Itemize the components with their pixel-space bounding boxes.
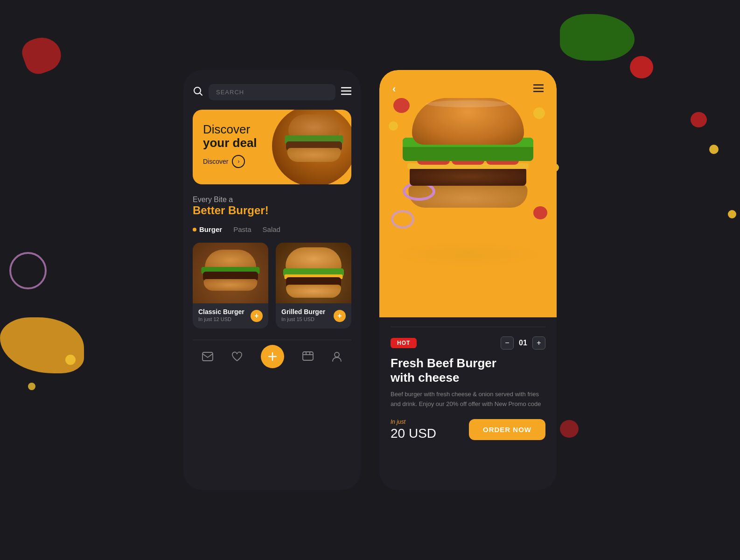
product-description: Beef burger with fresh cheese & onion se… <box>391 390 545 409</box>
nav-plus-icon[interactable] <box>261 345 284 368</box>
tab-pasta[interactable]: Pasta <box>233 225 251 233</box>
product-title-line2: with cheese <box>391 371 459 385</box>
classic-burger-add-btn[interactable]: + <box>251 310 263 322</box>
price-label: In just <box>391 419 436 425</box>
bottom-nav <box>193 340 351 373</box>
svg-rect-5 <box>202 352 213 361</box>
food-card-classic[interactable]: Classic Burger In just 12 USD + <box>193 243 268 329</box>
price-row: In just 20 USD ORDER NOW <box>391 419 545 441</box>
hot-badge-row: HOT − 01 + <box>391 336 545 350</box>
product-title: Fresh Beef Burger with cheese <box>391 356 545 385</box>
tab-burger-label: Burger <box>199 225 222 233</box>
search-icon[interactable] <box>193 86 203 98</box>
quantity-plus-btn[interactable]: + <box>532 336 545 350</box>
phone-2: ‹ <box>379 70 557 490</box>
order-now-button[interactable]: ORDER NOW <box>469 419 545 440</box>
quantity-minus-btn[interactable]: − <box>501 336 514 350</box>
tab-burger[interactable]: Burger <box>193 225 222 233</box>
discover-label: Discover <box>203 158 228 165</box>
nav-user-icon[interactable] <box>332 351 342 362</box>
grilled-burger-image <box>276 243 351 303</box>
svg-point-12 <box>335 352 339 357</box>
food-card-grilled[interactable]: Grilled Burger In just 15 USD + <box>276 243 351 329</box>
discover-arrow-icon: › <box>232 155 245 168</box>
nav-cart-icon[interactable] <box>302 351 314 362</box>
price-section: In just 20 USD <box>391 419 436 441</box>
classic-burger-info: Classic Burger In just 12 USD + <box>193 303 268 329</box>
hot-badge: HOT <box>391 338 417 348</box>
tab-salad-label: Salad <box>263 225 280 233</box>
search-input[interactable] <box>209 84 335 100</box>
category-tabs: Burger Pasta Salad <box>193 225 351 233</box>
separator <box>391 327 545 327</box>
svg-line-1 <box>200 93 202 96</box>
classic-burger-image <box>193 243 268 303</box>
tab-salad[interactable]: Salad <box>263 225 280 233</box>
nav-heart-icon[interactable] <box>231 351 243 362</box>
price-value: 20 USD <box>391 426 436 441</box>
product-title-line1: Fresh Beef Burger <box>391 356 496 370</box>
promo-banner: Discover your deal Discover › <box>193 110 351 184</box>
active-dot <box>193 228 196 231</box>
grilled-burger-info: Grilled Burger In just 15 USD + <box>276 303 351 329</box>
big-burger-image <box>379 89 557 313</box>
section-title: Better Burger! <box>193 204 351 217</box>
grilled-burger-add-btn[interactable]: + <box>334 310 346 322</box>
quantity-control: − 01 + <box>501 336 545 350</box>
search-row <box>193 84 351 100</box>
section-heading: Every Bite a Better Burger! <box>193 196 351 217</box>
hamburger-icon[interactable] <box>341 87 351 98</box>
food-grid: Classic Burger In just 12 USD + <box>193 243 351 329</box>
phone-1: Discover your deal Discover › E <box>183 70 361 490</box>
main-wrapper: Discover your deal Discover › E <box>0 0 740 560</box>
phone2-content: HOT − 01 + Fresh Beef Burger with cheese… <box>379 317 557 452</box>
tab-pasta-label: Pasta <box>233 225 251 233</box>
phone2-header: ‹ <box>379 70 557 317</box>
section-subtitle: Every Bite a <box>193 196 351 204</box>
banner-line1: Discover <box>203 122 250 136</box>
banner-burger-image <box>272 110 351 184</box>
svg-rect-8 <box>303 352 313 360</box>
nav-mail-icon[interactable] <box>202 352 213 361</box>
quantity-value: 01 <box>518 339 528 347</box>
